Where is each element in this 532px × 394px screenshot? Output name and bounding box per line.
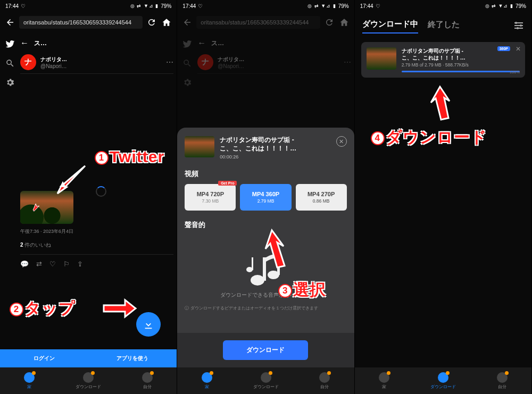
video-section-label: 視頻 bbox=[185, 169, 346, 179]
modal-thumbnail bbox=[185, 136, 214, 157]
nav-download[interactable]: ダウンロード bbox=[413, 367, 472, 394]
annotation-4: 4ダウンロード bbox=[371, 127, 487, 148]
chevron-left-icon[interactable]: ← bbox=[20, 38, 29, 48]
download-tabs: ダウンロード中 終了した bbox=[355, 12, 531, 38]
tab-finished[interactable]: 終了した bbox=[428, 20, 460, 33]
gear-icon[interactable] bbox=[182, 78, 192, 87]
tweet-thread-header: ←ス… bbox=[20, 35, 173, 51]
annotation-3: 3選択 bbox=[278, 279, 326, 301]
url-input[interactable]: oritansabu/status/1665306593339244544 bbox=[196, 16, 320, 29]
home-icon[interactable] bbox=[161, 16, 172, 28]
svg-rect-5 bbox=[252, 257, 253, 270]
format-270p[interactable]: MP4 270P0.86 MB bbox=[296, 184, 347, 211]
download-fab[interactable] bbox=[136, 312, 161, 337]
nav-me[interactable]: 自分 bbox=[472, 367, 531, 394]
url-input[interactable]: oritansabu/status/1665306593339244544 bbox=[19, 16, 143, 29]
status-bar: 17:44 ♡ ◎ ⇄ ▼⊿ ▮79% bbox=[0, 0, 177, 12]
status-bar: 17:44 ♡ ◎ ⇄ ▼⊿ ▮79% bbox=[177, 0, 354, 12]
search-icon[interactable] bbox=[182, 58, 192, 68]
tweet-action-bar: 💬 ⇄ ♡ ⚐ ⇪ bbox=[20, 254, 173, 273]
filter-icon[interactable] bbox=[513, 21, 524, 32]
pro-badge: Get Pro bbox=[218, 181, 237, 186]
svg-point-6 bbox=[515, 22, 517, 24]
share-icon[interactable]: ⇪ bbox=[77, 260, 83, 268]
modal-title: ナポリタン寿司のサブ垢 -こ、こ、これは！！！！… bbox=[220, 136, 296, 153]
close-icon[interactable]: ✕ bbox=[336, 136, 347, 147]
avatar: ナ bbox=[20, 54, 36, 70]
download-button[interactable]: ダウンロード bbox=[223, 340, 308, 360]
nav-home[interactable]: 家 bbox=[0, 367, 59, 394]
tab-downloading[interactable]: ダウンロード中 bbox=[362, 19, 418, 33]
modal-duration: 00:00:26 bbox=[220, 154, 296, 160]
cancel-download-icon[interactable]: ✕ bbox=[516, 45, 521, 53]
twitter-bird-icon[interactable] bbox=[182, 39, 192, 49]
status-bar: 17:44 ♡ ◎ ⇄ ▼⊿ ▮79% bbox=[355, 0, 531, 12]
reload-icon[interactable] bbox=[146, 16, 157, 28]
download-thumbnail bbox=[367, 47, 396, 70]
tweet-likes[interactable]: 2 件のいいね bbox=[20, 241, 173, 249]
annotation-2: 2タップ bbox=[10, 298, 76, 320]
download-stats: 2.79 MB of 2.79 MB · 588.77KB/s bbox=[402, 62, 520, 68]
search-icon[interactable] bbox=[5, 58, 15, 68]
annotation-1: 1Twitter bbox=[95, 148, 164, 166]
back-icon[interactable] bbox=[4, 16, 16, 28]
download-item[interactable]: ナポリタン寿司のサブ垢 -こ、こ、これは！！！！… 2.79 MB of 2.7… bbox=[361, 42, 525, 78]
format-360p[interactable]: MP4 360P2.79 MB bbox=[240, 184, 291, 211]
loading-spinner bbox=[96, 186, 106, 197]
nav-me[interactable]: 自分 bbox=[118, 367, 177, 394]
bookmark-icon[interactable]: ⚐ bbox=[63, 260, 70, 268]
like-icon[interactable]: ♡ bbox=[49, 260, 56, 268]
more-icon[interactable]: ⋯ bbox=[166, 58, 173, 66]
tweet-timestamp: 午後7:36 · 2023年6月4日 bbox=[20, 228, 173, 235]
quality-badge: 360P bbox=[497, 46, 510, 51]
svg-point-0 bbox=[251, 275, 264, 286]
author-row[interactable]: ナ ナポリタ…@Napori… ⋯ bbox=[20, 51, 173, 74]
person-nav-icon bbox=[142, 372, 153, 383]
svg-point-7 bbox=[520, 24, 522, 27]
nav-download[interactable]: ダウンロード bbox=[236, 367, 295, 394]
reload-icon[interactable] bbox=[323, 16, 335, 28]
download-progress-bar bbox=[402, 71, 520, 72]
nav-download[interactable]: ダウンロード bbox=[59, 367, 118, 394]
home-nav-icon bbox=[24, 372, 35, 383]
nav-home[interactable]: 家 bbox=[177, 367, 236, 394]
login-button[interactable]: ログイン bbox=[0, 349, 88, 367]
download-percent: 100% bbox=[510, 70, 520, 74]
twitter-bird-icon[interactable] bbox=[5, 39, 15, 49]
reply-icon[interactable]: 💬 bbox=[20, 260, 29, 268]
retweet-icon[interactable]: ⇄ bbox=[36, 260, 42, 268]
nav-home[interactable]: 家 bbox=[355, 367, 414, 394]
home-icon[interactable] bbox=[338, 16, 350, 28]
use-app-button[interactable]: アプリを使う bbox=[88, 349, 177, 367]
format-720p[interactable]: Get Pro MP4 720P7.30 MB bbox=[185, 184, 236, 211]
selection-hint: ⓘ ダウンロードするビデオまたはオーディオを１つだけ選択できます bbox=[185, 305, 346, 311]
back-icon[interactable] bbox=[181, 16, 193, 28]
svg-point-8 bbox=[517, 27, 519, 29]
download-nav-icon bbox=[83, 372, 94, 383]
gear-icon[interactable] bbox=[5, 78, 15, 87]
nav-me[interactable]: 自分 bbox=[295, 367, 354, 394]
